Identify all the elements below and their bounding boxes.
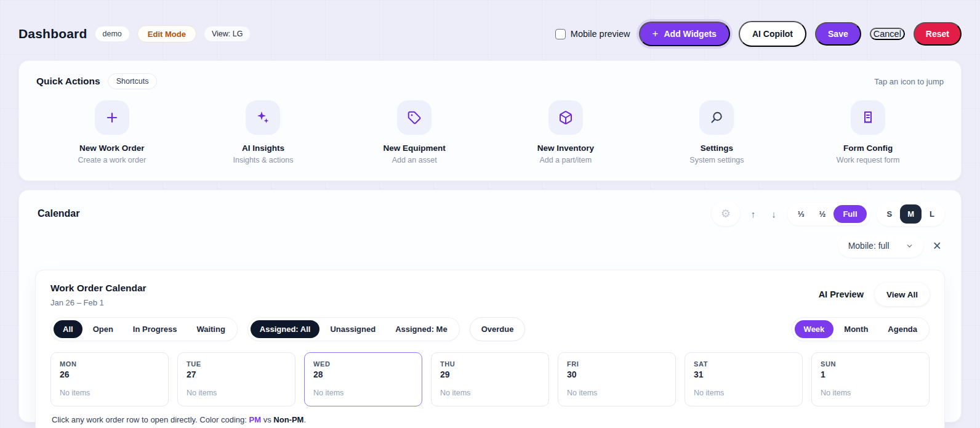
work-order-title-block: Work Order Calendar Jan 26 – Feb 1: [50, 283, 147, 307]
tag-icon: [397, 100, 432, 135]
save-button[interactable]: Save: [815, 22, 861, 46]
width-full-button[interactable]: Full: [833, 205, 866, 223]
day-cell-fri[interactable]: FRI 30 No items: [558, 352, 676, 406]
header-actions: Mobile preview + Add Widgets AI Copilot …: [555, 21, 962, 47]
footnote-period: .: [303, 415, 306, 424]
filter-open[interactable]: Open: [84, 320, 122, 338]
quick-action-new-equipment[interactable]: New Equipment Add an asset: [353, 100, 476, 164]
day-cell-mon[interactable]: MON 26 No items: [50, 352, 169, 406]
sparkles-icon: [246, 100, 280, 135]
size-l-button[interactable]: L: [923, 206, 941, 222]
day-empty-text: No items: [567, 389, 667, 397]
widget-mobile-row: Mobile: full ×: [35, 234, 945, 257]
cancel-button[interactable]: Cancel: [870, 28, 905, 40]
shortcuts-badge: Shortcuts: [108, 73, 158, 89]
day-cell-thu[interactable]: THU 29 No items: [431, 352, 549, 406]
day-empty-text: No items: [60, 389, 159, 397]
widget-toolbar: ⚙ ↑ ↓ ⅓ ½ Full S M L: [712, 201, 945, 226]
quick-action-settings[interactable]: Settings System settings: [655, 100, 778, 164]
status-filter-group: All Open In Progress Waiting: [50, 317, 238, 341]
widget-size-segment: S M L: [877, 202, 945, 226]
ai-preview-button[interactable]: AI Preview: [819, 289, 864, 299]
gear-icon: ⚙: [721, 207, 731, 220]
size-s-button[interactable]: S: [880, 206, 899, 222]
dashboard-page: Dashboard demo Edit Mode View: LG Mobile…: [0, 0, 980, 428]
quick-action-label: New Inventory: [537, 143, 594, 153]
day-of-week: MON: [60, 360, 159, 368]
arrow-down-icon: ↓: [771, 209, 776, 219]
quick-actions-header: Quick Actions Shortcuts Tap an icon to j…: [36, 73, 944, 89]
mobile-preview-toggle[interactable]: Mobile preview: [555, 29, 630, 39]
quick-action-label: New Equipment: [384, 143, 446, 153]
move-widget-up-button[interactable]: ↑: [746, 209, 761, 219]
remove-widget-button[interactable]: ×: [933, 239, 941, 253]
day-number: 1: [821, 369, 920, 379]
filter-overdue[interactable]: Overdue: [470, 317, 526, 341]
filter-assigned-me[interactable]: Assigned: Me: [386, 320, 457, 338]
chevron-down-icon: [906, 242, 914, 250]
work-order-title: Work Order Calendar: [50, 283, 147, 294]
tab-month[interactable]: Month: [835, 320, 877, 338]
day-cell-sun[interactable]: SUN 1 No items: [811, 352, 930, 406]
filter-waiting[interactable]: Waiting: [187, 320, 234, 338]
add-widgets-button[interactable]: + Add Widgets: [639, 22, 730, 46]
day-of-week: FRI: [567, 360, 667, 368]
edit-mode-badge[interactable]: Edit Mode: [137, 25, 196, 42]
day-empty-text: No items: [440, 389, 540, 397]
quick-action-new-inventory[interactable]: New Inventory Add a part/item: [504, 100, 627, 164]
tab-agenda[interactable]: Agenda: [878, 320, 926, 338]
view-tabs-group: Week Month Agenda: [792, 317, 930, 341]
quick-action-ai-insights[interactable]: AI Insights Insights & actions: [201, 100, 324, 164]
move-widget-down-button[interactable]: ↓: [766, 209, 781, 219]
week-day-grid: MON 26 No items TUE 27 No items WED 28 N…: [50, 352, 930, 406]
mobile-preview-checkbox[interactable]: [555, 29, 566, 39]
arrow-up-icon: ↑: [751, 209, 756, 219]
size-m-button[interactable]: M: [900, 204, 922, 224]
tab-week[interactable]: Week: [795, 320, 834, 338]
mobile-size-select[interactable]: Mobile: full: [838, 234, 923, 257]
width-half-button[interactable]: ½: [813, 206, 833, 222]
width-third-button[interactable]: ⅓: [791, 206, 811, 222]
widget-settings-button[interactable]: ⚙: [712, 201, 740, 226]
view-size-badge[interactable]: View: LG: [204, 26, 251, 42]
add-widgets-label: Add Widgets: [664, 29, 716, 39]
day-of-week: THU: [440, 360, 540, 368]
view-all-button[interactable]: View All: [875, 283, 930, 306]
work-order-header: Work Order Calendar Jan 26 – Feb 1 AI Pr…: [50, 283, 930, 307]
plus-icon: +: [653, 28, 659, 40]
quick-action-sublabel: System settings: [689, 156, 744, 164]
quick-actions-hint: Tap an icon to jump: [874, 77, 944, 86]
day-number: 27: [187, 369, 286, 379]
filter-in-progress[interactable]: In Progress: [124, 320, 187, 338]
magnifier-icon: [699, 100, 734, 135]
quick-action-sublabel: Add a part/item: [539, 156, 592, 164]
day-cell-wed-today[interactable]: WED 28 No items: [304, 352, 422, 406]
quick-action-new-work-order[interactable]: New Work Order Create a work order: [50, 100, 174, 164]
quick-actions-panel: Quick Actions Shortcuts Tap an icon to j…: [18, 60, 962, 181]
filter-all[interactable]: All: [54, 320, 82, 338]
day-empty-text: No items: [821, 389, 920, 397]
footnote-vs: vs: [261, 415, 273, 424]
day-cell-sat[interactable]: SAT 31 No items: [685, 352, 803, 406]
day-number: 31: [694, 369, 793, 379]
day-of-week: SUN: [821, 360, 920, 368]
day-empty-text: No items: [313, 389, 413, 397]
assigned-filter-group: Assigned: All Unassigned Assigned: Me: [247, 317, 460, 341]
quick-actions-title: Quick Actions: [36, 76, 100, 87]
day-of-week: SAT: [694, 360, 793, 368]
quick-action-sublabel: Work request form: [837, 156, 900, 164]
work-order-header-actions: AI Preview View All: [819, 283, 930, 306]
quick-action-form-config[interactable]: Form Config Work request form: [806, 100, 930, 164]
day-cell-tue[interactable]: TUE 27 No items: [177, 352, 295, 406]
filter-assigned-all[interactable]: Assigned: All: [251, 320, 320, 338]
reset-button[interactable]: Reset: [914, 22, 962, 46]
calendar-footnote: Click any work order row to open directl…: [50, 415, 930, 424]
day-empty-text: No items: [694, 389, 793, 397]
footnote-nonpm-label: Non-PM: [273, 415, 303, 424]
quick-action-sublabel: Insights & actions: [233, 156, 294, 164]
filter-unassigned[interactable]: Unassigned: [321, 320, 385, 338]
ai-copilot-button[interactable]: AI Copilot: [739, 21, 806, 47]
calendar-widget-header: Calendar ⚙ ↑ ↓ ⅓ ½ Full S M: [35, 201, 945, 226]
day-number: 26: [60, 369, 159, 379]
footnote-pm-label: PM: [249, 415, 262, 424]
